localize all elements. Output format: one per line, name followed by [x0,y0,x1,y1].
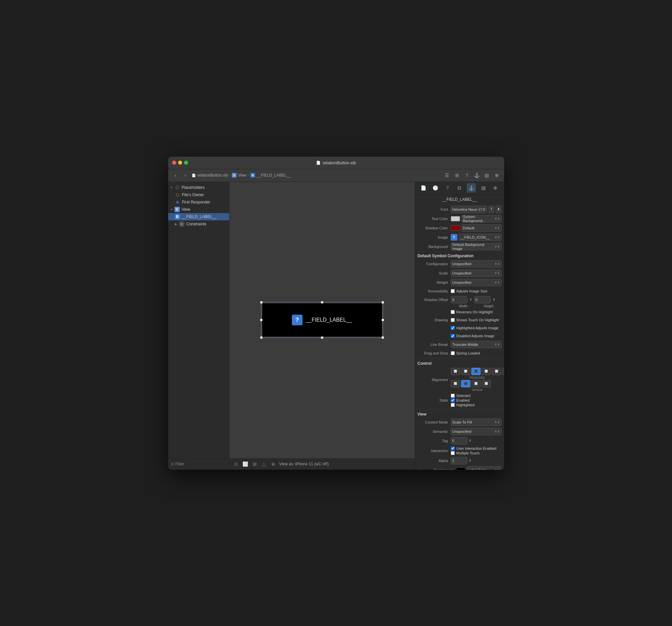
align-center-h-btn[interactable]: ⬜ [461,368,470,375]
back-button[interactable]: ‹ [171,171,179,179]
highlighted-adj-input[interactable] [451,326,455,330]
disabled-adj-check[interactable]: Disabled Adjusts Image [451,334,495,338]
selected-input[interactable] [451,394,455,398]
shadow-color-dropdown[interactable]: Default ⬆⬇ [461,224,502,232]
selected-check[interactable]: Selected [451,394,471,398]
disabled-adj-input[interactable] [451,334,455,338]
shadow-offset-height[interactable] [474,296,490,303]
image-dropdown[interactable]: __FIELD_ICON__ ⬆⬇ [459,234,502,241]
text-color-swatch[interactable] [451,216,460,222]
user-interaction-input[interactable] [451,446,455,450]
highlighted-check[interactable]: Highlighted [451,403,475,407]
shows-touch-input[interactable] [451,318,455,322]
semantic-dropdown[interactable]: Unspecified ⬆⬇ [451,428,502,435]
adjusts-image-size-input[interactable] [451,289,455,293]
highlighted-adj-check[interactable]: Highlighted Adjusts Image [451,326,499,330]
align-top-btn[interactable]: ⬜ [451,380,460,387]
scale-dropdown[interactable]: Unspecified ⬆⬇ [451,270,502,277]
canvas-icon-5[interactable]: ⊕ [270,461,277,467]
align-fill-h2-btn[interactable]: ⬜ [502,368,504,375]
anchor-button[interactable]: ⚓ [473,171,481,179]
spring-loaded-check[interactable]: Spring Loaded [451,351,480,355]
alpha-value: ⬍ [451,457,502,464]
inspector-connect-btn[interactable]: ⊕ [490,183,500,192]
filter-button[interactable]: ⊙ Filter [171,462,185,466]
handle-tr[interactable] [381,301,384,304]
stepper-h[interactable]: ⬍ [493,298,495,301]
shadow-offset-width[interactable] [451,296,467,303]
alpha-stepper[interactable]: ⬍ [469,459,471,462]
inspector-history-btn[interactable]: 🕐 [431,183,440,192]
alpha-input[interactable] [451,457,467,464]
inspector-file-btn[interactable]: 📄 [419,183,428,192]
text-color-dropdown[interactable]: System Background... ⬆⬇ [461,215,502,223]
inspector-attr-btn[interactable]: ⚓ [467,183,476,192]
forward-button[interactable]: › [182,171,189,179]
canvas-icon-4[interactable]: △ [261,461,267,467]
minimize-button[interactable] [178,161,182,165]
background-dropdown[interactable]: Default Background Image ⬆⬇ [451,243,502,250]
line-break-dropdown[interactable]: Truncate Middle ⬆⬇ [451,341,502,348]
shadow-color-swatch[interactable] [451,225,460,231]
inspector-size-btn[interactable]: ⊟ [455,183,464,192]
view-bg-swatch[interactable] [456,467,465,470]
align-fill-h-btn[interactable]: ⬜ [492,368,501,375]
align-fill-v-btn[interactable]: ⬜ [482,380,491,387]
multiple-touch-check[interactable]: Multiple Touch [451,451,480,455]
handle-bm[interactable] [321,336,323,339]
shows-touch-check[interactable]: Shows Touch On Highlight [451,318,499,322]
list-view-button[interactable]: ☰ [443,171,451,179]
content-mode-dropdown[interactable]: Scale To Fill ⬆⬇ [451,419,502,426]
align-middle-btn[interactable]: ⬛ [461,380,470,387]
view-bg-dropdown[interactable]: Label Color ⬆⬇ [467,466,502,470]
canvas-icon-2[interactable]: ⬜ [242,461,249,467]
breadcrumb-xib[interactable]: 📄 relationButton.xib [191,173,228,178]
font-value[interactable]: Helvetica Neue 17.0 [451,206,487,213]
add-button[interactable]: ⊕ [493,171,501,179]
tag-input[interactable] [451,437,467,444]
handle-mr[interactable] [381,319,384,321]
canvas-content[interactable]: ? __FIELD_LABEL__ [230,182,415,458]
inspector-help-btn[interactable]: ? [443,183,452,192]
align-center-btn[interactable]: ⬛ [471,368,481,375]
adjusts-image-size-check[interactable]: Adjusts Image Size [451,289,487,293]
grid-view-button[interactable]: ⊞ [453,171,461,179]
breadcrumb-view[interactable]: V View [232,173,246,178]
canvas-widget[interactable]: ? __FIELD_LABEL__ [262,303,382,337]
breadcrumb-field[interactable]: B __FIELD_LABEL__ [250,173,291,178]
font-stepper[interactable]: ⬍ [496,206,502,213]
canvas-icon-3[interactable]: ⊞ [251,461,258,467]
inspector-id-btn[interactable]: ▤ [479,183,488,192]
sidebar-item-constraints[interactable]: ▶ ⊟ Constraints [168,221,229,228]
sidebar-item-filesowner[interactable]: ⬡ File's Owner [168,191,229,199]
sidebar-placeholders-header[interactable]: ▾ ⬡ Placeholders [168,184,229,191]
bg-plus-btn[interactable]: + [417,467,423,470]
canvas-icon-1[interactable]: ⊙ [233,461,239,467]
weight-dropdown[interactable]: Unspecified ⬆⬇ [451,279,502,286]
handle-bl[interactable] [260,336,263,339]
sidebar-item-field-label[interactable]: B __FIELD_LABEL__ [168,213,229,221]
db-button[interactable]: ▤ [483,171,491,179]
enabled-check[interactable]: Enabled [451,398,470,402]
maximize-button[interactable] [184,161,188,165]
highlighted-input[interactable] [451,403,455,407]
sidebar-item-firstresponder[interactable]: ⊕ First Responder [168,199,229,206]
font-T-button[interactable]: T [488,206,494,213]
sidebar-view-header[interactable]: ▾ V View [168,206,229,213]
widget-outer[interactable]: ? __FIELD_LABEL__ [261,302,383,338]
help-button[interactable]: ? [463,171,471,179]
config-dropdown[interactable]: Unspecified ⬆⬇ [451,260,502,268]
reverses-highlight-check[interactable]: Reverses On Highlight [451,310,493,314]
close-button[interactable] [172,161,176,165]
align-right-btn[interactable]: ⬜ [482,368,491,375]
reverses-highlight-input[interactable] [451,310,455,314]
align-bottom-btn[interactable]: ⬜ [471,380,481,387]
align-left-btn[interactable]: ⬜ [451,368,460,375]
handle-br[interactable] [381,336,384,339]
stepper-w[interactable]: ⬍ [469,298,472,301]
enabled-input[interactable] [451,398,455,402]
multiple-touch-input[interactable] [451,451,455,455]
tag-stepper[interactable]: ⬍ [469,439,471,442]
spring-loaded-input[interactable] [451,351,455,355]
user-interaction-check[interactable]: User Interaction Enabled [451,446,497,450]
